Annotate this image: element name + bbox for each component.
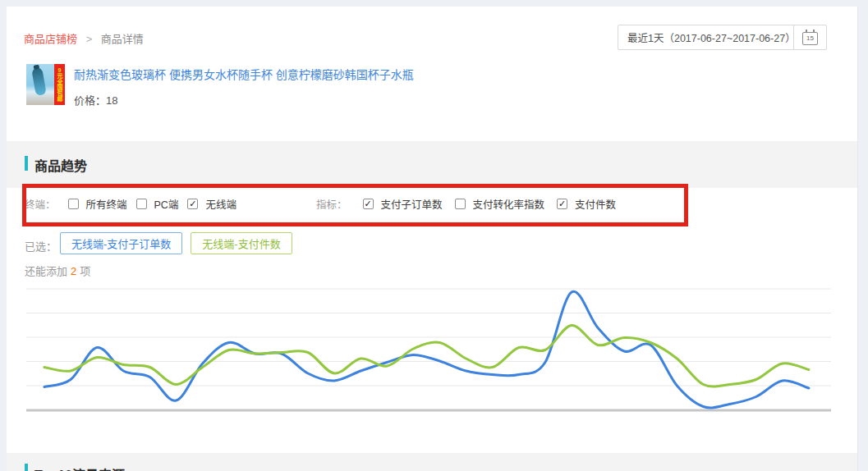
checkbox-option[interactable]: ✓ PC端 (136, 196, 179, 212)
terminal-filter-label: 终端： (25, 196, 56, 212)
section-accent-bar (25, 156, 28, 171)
filter-row: 终端： ✓ 所有终端 ✓ PC端 ✓ 无线端 指标： (0, 196, 868, 209)
breadcrumb-link-rank[interactable]: 商品店铺榜 (24, 33, 77, 45)
product-photo (26, 64, 54, 105)
calendar-button[interactable]: 15 (793, 25, 827, 50)
trend-chart (0, 279, 868, 418)
selected-tag[interactable]: 无线端-支付子订单数 (60, 232, 182, 254)
breadcrumb-separator: > (86, 33, 93, 45)
product-price: 价格：18 (74, 92, 117, 107)
chart-line-blue (44, 291, 809, 408)
metric-options: ✓ 支付子订单数 ✓ 支付转化率指数 ✓ 支付件数 (351, 196, 617, 212)
check-icon: ✓ (558, 199, 566, 208)
checkbox-option[interactable]: ✓ 所有终端 (68, 196, 127, 212)
checkbox[interactable]: ✓ (187, 199, 198, 209)
calendar-day-number: 15 (806, 35, 814, 42)
selected-tags: 无线端-支付子订单数 无线端-支付件数 (60, 232, 301, 254)
calendar-icon: 15 (802, 32, 818, 45)
checkbox[interactable]: ✓ (136, 199, 147, 209)
remaining-suffix: 项 (80, 265, 90, 277)
checkbox-option[interactable]: ✓ 支付件数 (557, 196, 616, 212)
checkbox[interactable]: ✓ (455, 199, 466, 209)
date-range-label: 最近1天（2017-06-27~2017-06-27） (627, 30, 796, 45)
remaining-slots-text: 还能添加2项 (25, 263, 90, 278)
section-accent-bar-bottom (25, 464, 28, 471)
terminal-options: ✓ 所有终端 ✓ PC端 ✓ 无线端 (59, 196, 237, 212)
selected-tag[interactable]: 无线端-支付件数 (191, 232, 292, 254)
checkbox[interactable]: ✓ (68, 199, 79, 209)
check-icon: ✓ (189, 199, 196, 208)
breadcrumb: 商品店铺榜 > 商品详情 (24, 30, 144, 46)
section-header-trend (7, 141, 857, 188)
product-badge: 9元全国包邮 (54, 64, 65, 105)
date-range-selector[interactable]: 最近1天（2017-06-27~2017-06-27） (618, 25, 806, 50)
remaining-prefix: 还能添加 (25, 265, 67, 277)
checkbox-option[interactable]: ✓ 支付转化率指数 (455, 196, 545, 212)
checkbox-option[interactable]: ✓ 无线端 (187, 196, 237, 212)
page: 商品店铺榜 > 商品详情 最近1天（2017-06-27~2017-06-27）… (0, 0, 868, 471)
metric-filter-group: 指标： ✓ 支付子订单数 ✓ 支付转化率指数 ✓ 支付件数 (316, 196, 616, 212)
checkbox[interactable]: ✓ (557, 199, 567, 209)
breadcrumb-current: 商品详情 (101, 33, 144, 45)
product-thumbnail[interactable]: 9元全国包邮 (26, 64, 65, 105)
remaining-count: 2 (71, 265, 76, 277)
bottom-section-title: Top10流量来源 (34, 464, 125, 471)
bottle-image (31, 67, 47, 96)
product-title-link[interactable]: 耐热渐变色玻璃杯 便携男女水杯随手杯 创意柠檬磨砂韩国杯子水瓶 (74, 66, 414, 82)
section-header-bottom (7, 453, 857, 471)
trend-section-title: 商品趋势 (34, 155, 87, 175)
check-icon: ✓ (364, 199, 371, 208)
metric-filter-label: 指标： (316, 196, 347, 212)
checkbox[interactable]: ✓ (363, 199, 374, 209)
checkbox-option[interactable]: ✓ 支付子订单数 (363, 196, 443, 212)
terminal-filter-group: 终端： ✓ 所有终端 ✓ PC端 ✓ 无线端 (25, 196, 237, 212)
selected-label: 已选： (25, 238, 57, 254)
